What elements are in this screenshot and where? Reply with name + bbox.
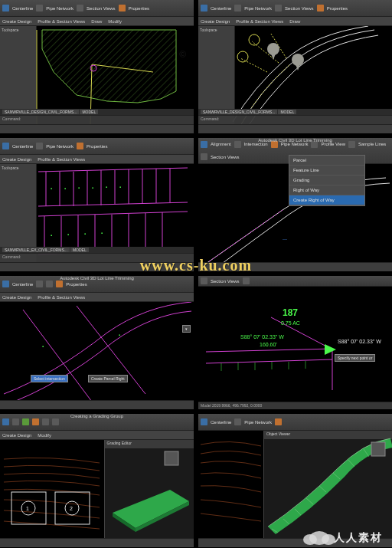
status-bar[interactable]	[198, 124, 392, 133]
ribbon-icon[interactable]	[36, 143, 43, 149]
parcel-lines[interactable]	[38, 168, 188, 254]
ribbon-item[interactable]: Centerline	[12, 282, 33, 287]
ribbon-item[interactable]: Pipe Network	[281, 142, 309, 146]
ribbon[interactable]: Centerline Pipe Network Section Views Pr…	[198, 0, 392, 17]
menu-item[interactable]: Right of Way	[289, 185, 364, 195]
model-tab[interactable]: MODEL	[278, 110, 296, 114]
model-tab[interactable]: SANWRVILLE_EX_CIVIL_FORMS...	[2, 248, 70, 252]
ribbon-icon[interactable]	[119, 5, 126, 11]
ribbon-item[interactable]: Intersection	[244, 142, 268, 146]
ribbon-icon[interactable]	[77, 143, 83, 149]
ribbon-item[interactable]: Section Views	[285, 6, 314, 11]
drawing-viewport[interactable]: Object Viewer	[198, 431, 392, 547]
ribbon-item[interactable]: Properties	[66, 282, 87, 287]
ribbon-icon[interactable]	[201, 5, 207, 11]
model-tab[interactable]: MODEL	[70, 248, 89, 252]
ribbon-item[interactable]: Properties	[129, 6, 149, 11]
model-tabs[interactable]: SANWRVILLE_EX_CIVIL_FORMS... MODEL	[0, 247, 194, 253]
ribbon-icon[interactable]	[2, 418, 9, 425]
ribbon-icon[interactable]	[56, 281, 63, 287]
ribbon-item[interactable]: Centerline	[211, 420, 231, 425]
ribbon-item[interactable]: Section Views	[87, 6, 116, 11]
menu-item[interactable]: Grading	[289, 176, 364, 185]
ribbon-icon[interactable]	[12, 418, 19, 425]
ribbon[interactable]: Centerline Pipe Network	[198, 414, 392, 431]
ribbon-icon[interactable]	[201, 153, 207, 160]
ribbon-item[interactable]: Properties	[87, 144, 107, 149]
lot-line[interactable]	[206, 349, 332, 390]
ribbon-icon[interactable]	[201, 277, 207, 284]
ribbon-item[interactable]: Centerline	[12, 144, 33, 149]
status-bar[interactable]	[0, 124, 194, 133]
model-tab[interactable]: SANWRVILLE_DESIGN_CIVIL_FORMS...	[2, 110, 79, 114]
ribbon-icon[interactable]	[243, 277, 250, 284]
ribbon-item[interactable]: Centerline	[211, 6, 231, 11]
object-viewer[interactable]: Object Viewer	[264, 431, 392, 547]
menu-item-selected[interactable]: Create Right of Way	[289, 195, 364, 205]
drawing-viewport[interactable]: 1 2 Grading Editor	[0, 440, 194, 547]
plan-view[interactable]: 1 2	[0, 440, 105, 547]
ribbon-icon[interactable]	[42, 418, 49, 425]
model-tab[interactable]: SANWRVILLE_DESIGN_CIVIL_FORMS...	[201, 110, 277, 114]
ribbon-icon[interactable]	[2, 281, 9, 287]
drawing-viewport[interactable]: 187 0.75 AC S88° 07' 02.33" W 160.60' S8…	[198, 287, 392, 409]
ribbon-icon[interactable]	[234, 5, 241, 11]
command-line[interactable]: Command:	[0, 253, 194, 262]
status-bar[interactable]	[0, 262, 194, 271]
ribbon-icon[interactable]	[275, 418, 282, 425]
viewcube-icon[interactable]	[371, 442, 385, 456]
cul-de-sac-bulb[interactable]	[237, 51, 248, 62]
viewcube-icon[interactable]	[165, 451, 178, 465]
ribbon[interactable]: Centerline Pipe Network Properties	[0, 138, 194, 155]
command-line[interactable]: Command:	[0, 115, 194, 124]
ribbon-icon[interactable]	[2, 143, 9, 149]
ribbon-icon[interactable]	[22, 418, 29, 425]
plan-view[interactable]	[198, 431, 264, 547]
dynamic-input-tooltip[interactable]: Specify next point or	[335, 354, 375, 362]
ribbon-icon[interactable]	[201, 141, 207, 148]
ribbon-icon[interactable]	[2, 5, 9, 11]
ribbon-icon[interactable]	[36, 281, 43, 287]
command-line[interactable]: Model 2019.9966, 496.7992, 0.0000	[198, 402, 392, 409]
ribbon-item[interactable]: Pipe Network	[244, 6, 272, 11]
location-marker-icon[interactable]	[292, 54, 304, 66]
ribbon-item[interactable]: Profile View	[321, 142, 345, 146]
ribbon-icon[interactable]	[46, 281, 53, 287]
ribbon-icon[interactable]	[234, 141, 241, 148]
model-tabs[interactable]: SANWRVILLE_DESIGN_CIVIL_FORMS... MODEL	[198, 109, 392, 115]
ribbon-item[interactable]: Properties	[327, 6, 348, 11]
status-bar[interactable]	[198, 262, 392, 271]
ribbon-icon[interactable]	[52, 418, 59, 425]
ribbon-icon[interactable]	[317, 5, 324, 11]
ribbon-item[interactable]: Pipe Network	[46, 6, 74, 11]
menu-item[interactable]: Parcel	[289, 156, 364, 166]
model-tabs[interactable]: SANWRVILLE_DESIGN_CIVIL_FORMS... MODEL	[0, 109, 194, 115]
ribbon-item[interactable]: Alignment	[211, 142, 231, 146]
ribbon[interactable]: Centerline Pipe Network Section Views Pr…	[0, 0, 194, 17]
ribbon-icon[interactable]	[348, 141, 355, 148]
ribbon-icon[interactable]	[201, 418, 207, 425]
model-tab[interactable]: MODEL	[80, 110, 98, 114]
drawing-viewport[interactable]: ▪ ▪ Select intersection Create Parcel Ri…	[0, 302, 194, 409]
parcel-dropdown-menu[interactable]: Parcel Feature Line Grading Right of Way…	[289, 155, 365, 206]
ribbon-item[interactable]: Section Views	[211, 279, 240, 284]
road-edge[interactable]	[233, 26, 368, 122]
cul-de-sac[interactable]	[240, 34, 286, 72]
ribbon-icon[interactable]	[36, 5, 43, 11]
ribbon-icon[interactable]	[275, 5, 282, 11]
ribbon-icon[interactable]	[234, 418, 241, 425]
ribbon-item[interactable]: Sample Lines	[358, 142, 386, 146]
input-panel[interactable]: ▾	[182, 325, 191, 333]
command-line[interactable]: Command:	[198, 115, 392, 124]
status-bar[interactable]	[0, 538, 194, 547]
ribbon-item[interactable]: Pipe Network	[46, 144, 74, 149]
menu-item[interactable]: Feature Line	[289, 166, 364, 176]
location-marker-icon[interactable]	[267, 43, 279, 55]
ribbon-item[interactable]: Pipe Network	[244, 420, 272, 425]
lot-line[interactable]	[271, 317, 332, 349]
status-bar[interactable]	[0, 400, 194, 409]
ribbon-icon[interactable]	[77, 5, 83, 11]
3d-viewer[interactable]: Grading Editor	[105, 440, 194, 547]
lot-line[interactable]	[4, 311, 191, 405]
status-bar[interactable]	[198, 538, 392, 547]
